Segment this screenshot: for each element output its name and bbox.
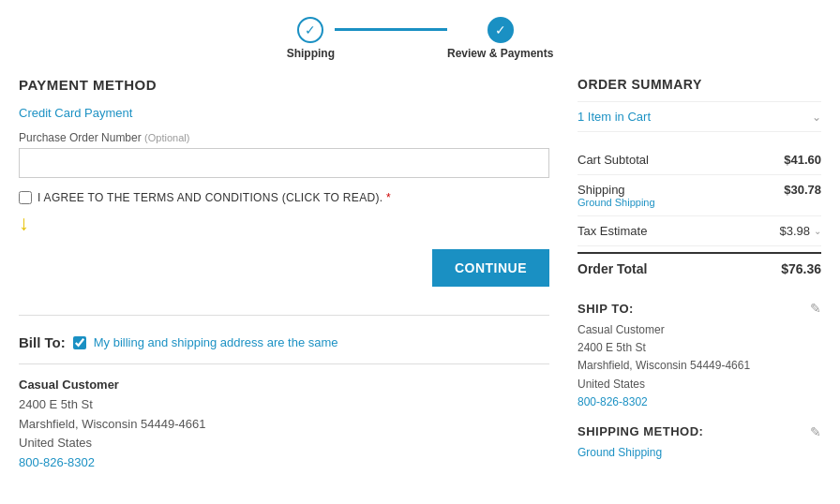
step-shipping: ✓ Shipping (287, 17, 335, 60)
order-summary-title: ORDER SUMMARY (578, 77, 821, 92)
terms-row: I AGREE TO THE TERMS AND CONDITIONS (CLI… (19, 191, 549, 204)
billing-address1: 2400 E 5th St (19, 395, 549, 415)
shipping-method-section: SHIPPING METHOD: ✎ Ground Shipping (578, 424, 821, 459)
billing-phone[interactable]: 800-826-8302 (19, 455, 95, 469)
left-column: PAYMENT METHOD Credit Card Payment Purch… (19, 77, 549, 473)
ship-phone[interactable]: 800-826-8302 (578, 395, 648, 408)
shipping-method-value[interactable]: Ground Shipping (578, 446, 662, 459)
step-connector (335, 28, 447, 31)
bill-to-row: Bill To: My billing and shipping address… (19, 334, 549, 350)
right-column: ORDER SUMMARY 1 Item in Cart ⌄ Cart Subt… (578, 77, 821, 473)
shipping-method-title: SHIPPING METHOD: (578, 424, 703, 438)
ship-address1: 2400 E 5th St (578, 339, 821, 357)
order-total-label: Order Total (578, 261, 647, 276)
ship-to-section: SHIP TO: ✎ Casual Customer 2400 E 5th St… (578, 301, 821, 411)
tax-chevron-icon: ⌄ (814, 226, 821, 236)
cart-item-row[interactable]: 1 Item in Cart ⌄ (578, 101, 821, 132)
cart-item-label: 1 Item in Cart (578, 110, 651, 124)
main-layout: PAYMENT METHOD Credit Card Payment Purch… (0, 67, 840, 482)
ship-to-header: SHIP TO: ✎ (578, 301, 821, 316)
order-total-value: $76.36 (781, 261, 821, 276)
progress-bar: ✓ Shipping ✓ Review & Payments (0, 0, 840, 67)
divider-1 (19, 315, 549, 316)
shipping-line: Shipping Ground Shipping $30.78 (578, 175, 821, 216)
po-input[interactable] (19, 148, 549, 178)
po-label: Purchase Order Number (Optional) (19, 131, 549, 144)
shipping-method-header: SHIPPING METHOD: ✎ (578, 424, 821, 439)
terms-label: I AGREE TO THE TERMS AND CONDITIONS (CLI… (38, 191, 391, 204)
billing-address2: Marshfield, Wisconsin 54449-4661 (19, 415, 549, 435)
billing-country: United States (19, 434, 549, 453)
cart-subtotal-label: Cart Subtotal (578, 153, 649, 167)
tax-label: Tax Estimate (578, 224, 647, 238)
step-shipping-label: Shipping (287, 47, 335, 60)
bill-to-title: Bill To: (19, 334, 66, 350)
tax-value: $3.98 (779, 224, 810, 238)
billing-address-block: Casual Customer 2400 E 5th St Marshfield… (19, 376, 549, 473)
continue-button[interactable]: CONTINUE (432, 249, 549, 287)
ship-country: United States (578, 376, 821, 393)
step-shipping-circle: ✓ (297, 17, 323, 43)
credit-card-link[interactable]: Credit Card Payment (19, 106, 549, 120)
shipping-label: Shipping Ground Shipping (578, 183, 655, 208)
payment-method-title: PAYMENT METHOD (19, 77, 549, 93)
tax-value-row: $3.98 ⌄ (779, 224, 821, 238)
bill-divider (19, 363, 549, 364)
shipping-value: $30.78 (784, 183, 821, 197)
ship-name: Casual Customer (578, 321, 821, 339)
ship-to-title: SHIP TO: (578, 302, 634, 316)
tax-line: Tax Estimate $3.98 ⌄ (578, 216, 821, 246)
continue-row: CONTINUE (19, 249, 549, 287)
arrow-indicator: ↑ (19, 214, 549, 236)
yellow-arrow-icon: ↑ (19, 214, 29, 238)
billing-customer-name: Casual Customer (19, 376, 549, 395)
step-review: ✓ Review & Payments (447, 17, 553, 60)
ship-to-edit-icon[interactable]: ✎ (810, 301, 821, 316)
shipping-sub-label: Ground Shipping (578, 197, 655, 208)
order-total-line: Order Total $76.36 (578, 252, 821, 284)
step-review-circle: ✓ (488, 17, 514, 43)
step-review-label: Review & Payments (447, 47, 553, 60)
ship-address-block: Casual Customer 2400 E 5th St Marshfield… (578, 321, 821, 411)
cart-subtotal-line: Cart Subtotal $41.60 (578, 145, 821, 175)
shipping-method-edit-icon[interactable]: ✎ (810, 424, 821, 439)
bill-same-label: My billing and shipping address are the … (94, 335, 338, 349)
ship-address2: Marshfield, Wisconsin 54449-4661 (578, 357, 821, 375)
cart-subtotal-value: $41.60 (784, 153, 821, 167)
terms-checkbox[interactable] (19, 191, 32, 204)
chevron-down-icon: ⌄ (812, 111, 821, 124)
bill-same-checkbox[interactable] (73, 336, 86, 349)
